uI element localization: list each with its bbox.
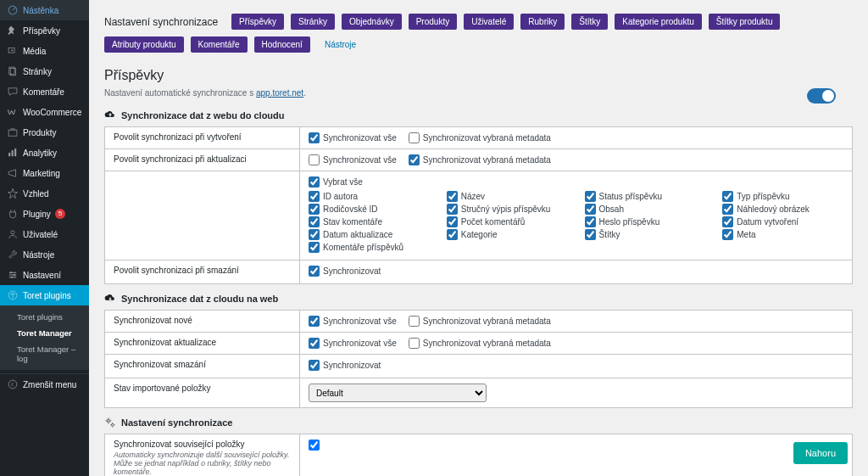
cb-meta[interactable]: Náhledový obrázek bbox=[722, 204, 810, 215]
cb-sync[interactable]: Synchronizovat bbox=[309, 266, 381, 277]
sidebar-item-toret[interactable]: Toret plugins bbox=[0, 285, 89, 305]
cb-meta[interactable]: Obsah bbox=[585, 204, 624, 215]
sidebar-item-analytics[interactable]: Analytiky bbox=[0, 143, 89, 163]
label: Uživatelé bbox=[23, 230, 58, 239]
tab-nastroje[interactable]: Nástroje bbox=[317, 36, 364, 53]
scroll-top-button[interactable]: Nahoru bbox=[793, 442, 848, 464]
tools-icon bbox=[7, 249, 19, 260]
svg-point-11 bbox=[11, 277, 13, 278]
cb-meta[interactable]: Heslo příspěvku bbox=[585, 216, 660, 227]
sidebar-item-plugins[interactable]: Pluginy5 bbox=[0, 204, 89, 224]
cb-meta[interactable]: Stav komentáře bbox=[309, 216, 382, 227]
main-content: Nastavení synchronizace Příspěvky Stránk… bbox=[89, 0, 868, 476]
tab-uzivatele[interactable]: Uživatelé bbox=[464, 14, 514, 30]
sub-toret-plugins[interactable]: Toret plugins bbox=[0, 309, 89, 325]
collapse-icon bbox=[7, 378, 19, 390]
cb-sync-sel[interactable]: Synchronizovat vybraná metadata bbox=[409, 132, 551, 143]
tab-kat-prod[interactable]: Kategorie produktu bbox=[615, 14, 702, 30]
meta-grid: ID autora Rodičovské ID Stav komentáře D… bbox=[309, 191, 843, 255]
cb-meta[interactable]: Název bbox=[447, 191, 485, 202]
plugin-badge: 5 bbox=[55, 209, 65, 219]
cb-sync-all[interactable]: Synchronizovat vše bbox=[309, 154, 397, 165]
tab-produkty[interactable]: Produkty bbox=[409, 14, 457, 30]
cb-meta[interactable]: Meta bbox=[722, 229, 755, 240]
cb-select-all[interactable]: Vybrat vše bbox=[309, 176, 363, 188]
cb-meta[interactable]: Kategorie bbox=[447, 229, 498, 240]
cb-meta[interactable]: Datum vytvoření bbox=[722, 216, 798, 227]
cb-sync-all[interactable]: Synchronizovat vše bbox=[309, 316, 397, 327]
cb-meta[interactable]: Počet komentářů bbox=[447, 216, 526, 227]
label: Stránky bbox=[23, 67, 52, 76]
users-icon bbox=[7, 228, 19, 240]
row-label: Povolit synchronizaci při aktualizaci bbox=[105, 149, 300, 171]
tab-stitky[interactable]: Štítky bbox=[571, 14, 608, 30]
label: Komentáře bbox=[23, 87, 64, 97]
group3-table: Synchronizovat související položkyAutoma… bbox=[104, 434, 853, 476]
cb-sync-sel[interactable]: Synchronizovat vybraná metadata bbox=[409, 154, 551, 165]
cb-sync-sel[interactable]: Synchronizovat vybraná metadata bbox=[409, 338, 551, 349]
label: Média bbox=[23, 47, 46, 56]
group2-header: Synchronizace dat z cloudu na web bbox=[104, 293, 853, 305]
sidebar-item-woocommerce[interactable]: WooCommerce bbox=[0, 102, 89, 122]
sidebar-item-dashboard[interactable]: Nástěnka bbox=[0, 0, 89, 20]
sidebar-item-settings[interactable]: Nastavení bbox=[0, 265, 89, 285]
section-subtitle: Nastavení automatické synchronizace s ap… bbox=[104, 88, 853, 98]
pin-icon bbox=[7, 25, 19, 36]
label: Zmenšit menu bbox=[23, 380, 76, 389]
tab-prispevky[interactable]: Příspěvky bbox=[231, 14, 284, 30]
svg-point-14 bbox=[108, 420, 110, 423]
cb-sync[interactable]: Synchronizovat bbox=[309, 360, 381, 371]
row-label: Synchronizovat související položkyAutoma… bbox=[105, 434, 300, 477]
cb-meta[interactable]: Rodičovské ID bbox=[309, 204, 377, 215]
cb-meta[interactable]: Typ příspěvku bbox=[722, 191, 789, 202]
sub-toret-log[interactable]: Toret Manager – log bbox=[0, 341, 89, 367]
group3-header: Nastavení synchronizace bbox=[104, 417, 853, 428]
tab-atr-prod[interactable]: Atributy produktu bbox=[104, 36, 184, 53]
tab-komentare[interactable]: Komentáře bbox=[191, 36, 248, 53]
appearance-icon bbox=[7, 188, 19, 199]
subtitle-link[interactable]: app.toret.net bbox=[256, 88, 303, 98]
cb-sync-all[interactable]: Synchronizovat vše bbox=[309, 338, 397, 349]
toggle-knob bbox=[822, 90, 834, 102]
row-label: Synchronizovat nové bbox=[105, 311, 300, 333]
cb-related[interactable] bbox=[309, 440, 320, 451]
row-label: Synchronizovat aktualizace bbox=[105, 333, 300, 355]
cb-meta[interactable]: Štítky bbox=[585, 229, 620, 240]
analytics-icon bbox=[7, 147, 19, 159]
cb-sync-all[interactable]: Synchronizovat vše bbox=[309, 132, 397, 143]
group1-table: Povolit synchronizaci při vytvořeníSynch… bbox=[104, 126, 853, 284]
group2-table: Synchronizovat novéSynchronizovat všeSyn… bbox=[104, 310, 853, 408]
cb-meta[interactable]: Datum aktualizace bbox=[309, 229, 392, 240]
collapse-menu[interactable]: Zmenšit menu bbox=[0, 373, 89, 395]
sidebar-item-media[interactable]: Média bbox=[0, 41, 89, 61]
label: Toret plugins bbox=[23, 291, 71, 300]
sidebar-item-posts[interactable]: Příspěvky bbox=[0, 20, 89, 41]
svg-point-13 bbox=[8, 380, 17, 389]
sidebar-item-products[interactable]: Produkty bbox=[0, 122, 89, 143]
cb-meta[interactable]: Komentáře příspěvků bbox=[309, 242, 403, 253]
cloud-upload-icon bbox=[104, 109, 116, 121]
svg-point-8 bbox=[11, 231, 14, 234]
cb-sync-sel[interactable]: Synchronizovat vybraná metadata bbox=[409, 316, 551, 327]
sidebar-item-comments[interactable]: Komentáře bbox=[0, 81, 89, 102]
cb-meta[interactable]: Status příspěvku bbox=[585, 191, 662, 202]
tab-rubriky[interactable]: Rubriky bbox=[520, 14, 565, 30]
sub-toret-manager[interactable]: Toret Manager bbox=[0, 325, 89, 341]
tab-hodnoceni[interactable]: Hodnocení bbox=[254, 36, 310, 53]
sidebar-item-users[interactable]: Uživatelé bbox=[0, 224, 89, 244]
cb-meta[interactable]: ID autora bbox=[309, 191, 358, 202]
cloud-download-icon bbox=[104, 293, 116, 305]
sidebar-item-marketing[interactable]: Marketing bbox=[0, 163, 89, 183]
section-toggle[interactable] bbox=[807, 88, 836, 104]
tab-objednavky[interactable]: Objednávky bbox=[342, 14, 402, 30]
svg-rect-6 bbox=[12, 150, 14, 156]
row-label-empty bbox=[105, 171, 300, 260]
sidebar-item-tools[interactable]: Nástroje bbox=[0, 244, 89, 265]
sidebar-item-appearance[interactable]: Vzhled bbox=[0, 183, 89, 204]
tab-stitky-prod[interactable]: Štítky produktu bbox=[709, 14, 781, 30]
tab-stranky[interactable]: Stránky bbox=[291, 14, 335, 30]
sidebar-item-pages[interactable]: Stránky bbox=[0, 61, 89, 81]
sidebar-submenu: Toret plugins Toret Manager Toret Manage… bbox=[0, 305, 89, 370]
import-state-select[interactable]: Default bbox=[309, 384, 487, 402]
cb-meta[interactable]: Stručný výpis příspěvku bbox=[447, 204, 551, 215]
